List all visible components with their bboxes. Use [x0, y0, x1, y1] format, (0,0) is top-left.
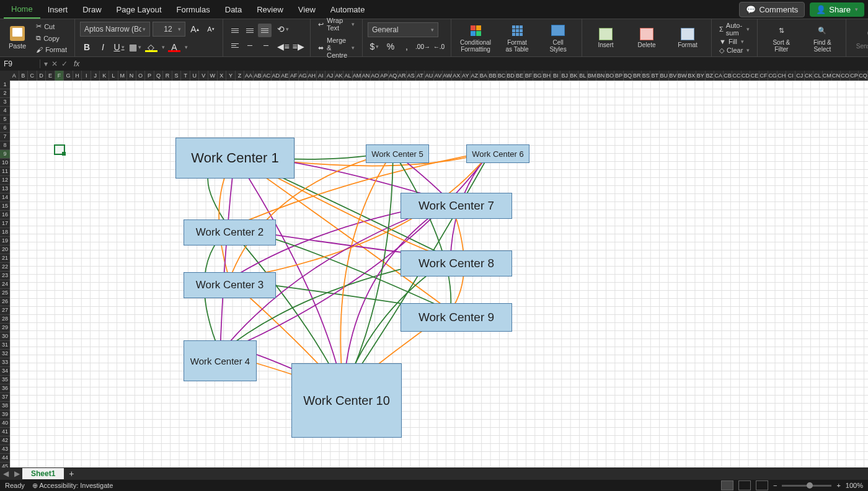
select-all-corner[interactable] — [0, 71, 11, 81]
col-header-BQ[interactable]: BQ — [624, 71, 633, 81]
col-header-R[interactable]: R — [163, 71, 172, 81]
row-header-41[interactable]: 41 — [0, 428, 10, 436]
page-break-view-button[interactable] — [756, 480, 768, 490]
format-as-table-button[interactable]: Formatas Table — [498, 23, 536, 53]
col-header-BB[interactable]: BB — [489, 71, 498, 81]
row-header-10[interactable]: 10 — [0, 159, 10, 167]
row-header-37[interactable]: 37 — [0, 393, 10, 402]
col-header-BP[interactable]: BP — [614, 71, 624, 81]
col-header-BX[interactable]: BX — [687, 71, 696, 81]
col-header-AE[interactable]: AE — [280, 71, 290, 81]
col-header-BI[interactable]: BI — [551, 71, 560, 81]
col-header-BE[interactable]: BE — [515, 71, 525, 81]
col-header-E[interactable]: E — [46, 71, 55, 81]
row-header-3[interactable]: 3 — [0, 98, 10, 107]
shape-wc8[interactable]: Work Center 8 — [401, 250, 512, 276]
col-header-BS[interactable]: BS — [642, 71, 651, 81]
col-header-AI[interactable]: AI — [317, 71, 326, 81]
col-header-D[interactable]: D — [37, 71, 46, 81]
align-middle-button[interactable] — [243, 24, 257, 37]
confirm-formula-button[interactable]: ✓ — [61, 60, 68, 68]
col-header-AM[interactable]: AM — [353, 71, 362, 81]
col-header-BN[interactable]: BN — [596, 71, 606, 81]
row-header-35[interactable]: 35 — [0, 376, 10, 384]
tab-home[interactable]: Home — [4, 1, 40, 19]
formula-input[interactable] — [82, 59, 868, 69]
col-header-CO[interactable]: CO — [841, 71, 850, 81]
row-header-17[interactable]: 17 — [0, 219, 10, 228]
font-color-button[interactable]: A — [167, 40, 181, 54]
col-header-AX[interactable]: AX — [452, 71, 461, 81]
row-header-9[interactable]: 9 — [0, 150, 10, 159]
row-header-36[interactable]: 36 — [0, 384, 10, 393]
comments-button[interactable]: 💬 Comments — [739, 2, 805, 17]
copy-button[interactable]: ⧉Copy — [33, 33, 69, 43]
col-header-CN[interactable]: CN — [832, 71, 841, 81]
col-header-CA[interactable]: CA — [714, 71, 724, 81]
cut-button[interactable]: ✂Cut — [33, 21, 69, 32]
col-header-BR[interactable]: BR — [632, 71, 642, 81]
zoom-out-button[interactable]: − — [773, 482, 777, 489]
orientation-button[interactable]: ⟲▾ — [277, 22, 290, 36]
col-header-BH[interactable]: BH — [542, 71, 552, 81]
number-format-select[interactable]: General▾ — [368, 22, 438, 37]
font-size-select[interactable]: 12▾ — [153, 22, 185, 37]
tab-formulas[interactable]: Formulas — [169, 1, 218, 18]
col-header-BJ[interactable]: BJ — [560, 71, 570, 81]
fx-icon[interactable]: fx — [71, 60, 82, 68]
col-header-B[interactable]: B — [19, 71, 29, 81]
col-header-F[interactable]: F — [55, 71, 64, 81]
row-header-23[interactable]: 23 — [0, 272, 10, 280]
col-header-BZ[interactable]: BZ — [706, 71, 715, 81]
col-header-AO[interactable]: AO — [371, 71, 380, 81]
row-header-45[interactable]: 45 — [0, 462, 10, 467]
row-header-1[interactable]: 1 — [0, 81, 10, 89]
normal-view-button[interactable] — [721, 480, 733, 490]
row-header-21[interactable]: 21 — [0, 254, 10, 263]
col-header-O[interactable]: O — [136, 71, 146, 81]
row-header-27[interactable]: 27 — [0, 306, 10, 315]
row-header-14[interactable]: 14 — [0, 193, 10, 202]
wrap-text-button[interactable]: ↩Wrap Text▾ — [316, 15, 357, 33]
col-header-N[interactable]: N — [127, 71, 136, 81]
col-header-AV[interactable]: AV — [434, 71, 443, 81]
col-header-AA[interactable]: AA — [244, 71, 254, 81]
row-header-33[interactable]: 33 — [0, 358, 10, 367]
format-painter-button[interactable]: 🖌Format — [33, 45, 69, 55]
row-header-25[interactable]: 25 — [0, 289, 10, 298]
delete-cells-button[interactable]: Delete — [628, 28, 665, 48]
row-header-13[interactable]: 13 — [0, 185, 10, 193]
col-header-AD[interactable]: AD — [272, 71, 281, 81]
row-header-15[interactable]: 15 — [0, 202, 10, 211]
find-select-button[interactable]: 🔍Find &Select — [804, 23, 841, 53]
col-header-CH[interactable]: CH — [777, 71, 787, 81]
col-header-W[interactable]: W — [208, 71, 218, 81]
col-header-AQ[interactable]: AQ — [389, 71, 398, 81]
row-header-24[interactable]: 24 — [0, 280, 10, 289]
col-header-X[interactable]: X — [218, 71, 227, 81]
insert-cells-button[interactable]: Insert — [587, 28, 624, 48]
col-header-H[interactable]: H — [73, 71, 82, 81]
zoom-level[interactable]: 100% — [846, 482, 863, 489]
format-cells-button[interactable]: Format — [669, 28, 706, 48]
chevron-down-icon[interactable]: ▾ — [185, 44, 188, 50]
shape-wc7[interactable]: Work Center 7 — [401, 193, 512, 219]
col-header-V[interactable]: V — [199, 71, 208, 81]
align-left-button[interactable] — [228, 38, 242, 52]
border-button[interactable]: ▦▾ — [128, 40, 142, 54]
percent-format-button[interactable]: % — [384, 40, 397, 53]
col-header-Q[interactable]: Q — [154, 71, 164, 81]
row-header-12[interactable]: 12 — [0, 176, 10, 185]
italic-button[interactable]: I — [96, 40, 110, 54]
col-header-BF[interactable]: BF — [525, 71, 534, 81]
col-header-I[interactable]: I — [82, 71, 91, 81]
col-header-J[interactable]: J — [91, 71, 100, 81]
cancel-formula-button[interactable]: ✕ — [51, 60, 58, 68]
col-header-BT[interactable]: BT — [650, 71, 660, 81]
col-header-BD[interactable]: BD — [507, 71, 516, 81]
col-header-CM[interactable]: CM — [823, 71, 832, 81]
col-header-CC[interactable]: CC — [732, 71, 742, 81]
col-header-BY[interactable]: BY — [696, 71, 706, 81]
selected-cell[interactable] — [54, 144, 65, 155]
increase-font-button[interactable]: A▴ — [188, 22, 202, 36]
